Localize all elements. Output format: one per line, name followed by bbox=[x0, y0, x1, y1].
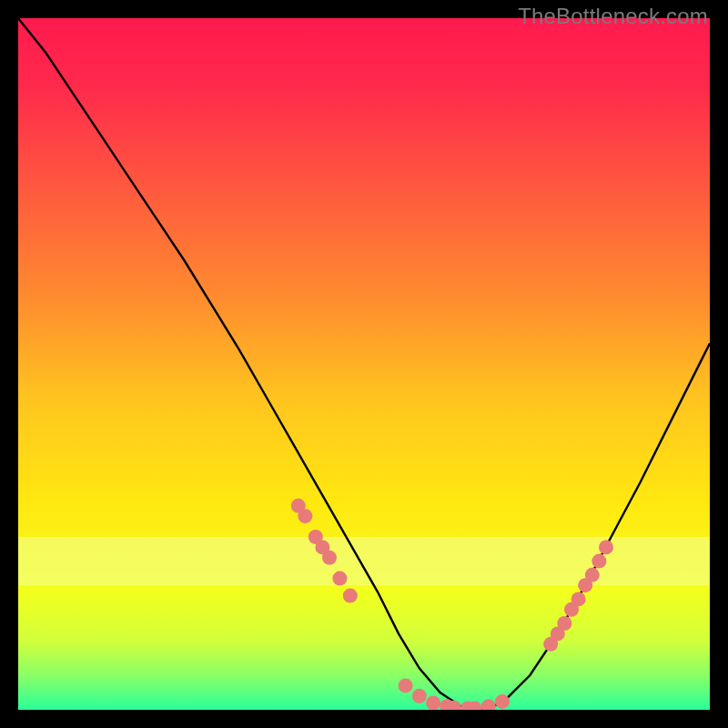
highlight-dot bbox=[557, 616, 571, 631]
chart-frame bbox=[18, 18, 710, 710]
watermark-text: TheBottleneck.com bbox=[518, 4, 708, 29]
highlight-dot bbox=[343, 589, 358, 603]
highlight-dot bbox=[332, 571, 347, 586]
highlight-dot bbox=[571, 592, 586, 606]
highlight-dot bbox=[495, 694, 510, 709]
highlight-dot bbox=[399, 678, 413, 693]
highlight-dot bbox=[298, 509, 312, 523]
highlight-dot bbox=[585, 568, 600, 582]
highlight-dot bbox=[426, 695, 440, 710]
highlight-dot bbox=[599, 540, 613, 554]
gradient-background bbox=[18, 18, 710, 710]
chart-svg bbox=[18, 18, 710, 710]
highlight-dot bbox=[412, 689, 427, 703]
highlight-dot bbox=[322, 551, 337, 565]
highlight-dot bbox=[592, 554, 606, 569]
